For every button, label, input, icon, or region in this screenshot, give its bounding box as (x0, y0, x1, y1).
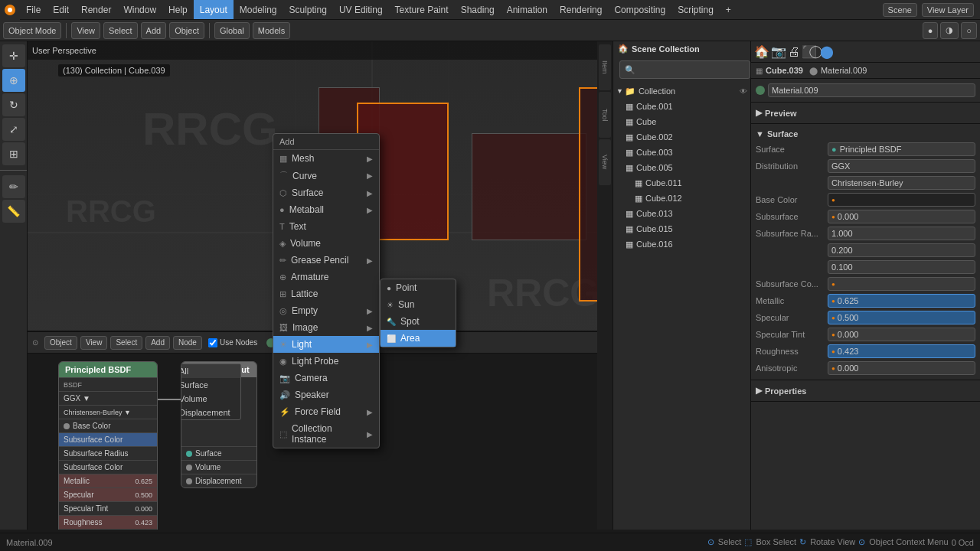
node-node-btn[interactable]: Node (173, 336, 202, 350)
add-menu[interactable]: Add (141, 22, 167, 39)
menu-add-workspace[interactable]: + (720, 0, 737, 19)
outliner-cube016[interactable]: ▦ Cube.016 (613, 236, 750, 252)
output-volume[interactable]: Volume (181, 392, 240, 406)
global-btn[interactable]: Global (214, 22, 250, 39)
subsurface-radius-3-value[interactable]: 0.100 (828, 260, 975, 274)
menu-sculpting[interactable]: Sculpting (283, 0, 333, 19)
outliner-cube015[interactable]: ▦ Cube.015 (613, 221, 750, 236)
object-menu[interactable]: Object (169, 22, 204, 39)
move-tool[interactable]: ⊕ (2, 69, 25, 92)
menu-window[interactable]: Window (117, 0, 162, 19)
select-menu[interactable]: Select (103, 22, 138, 39)
ctx-image[interactable]: 🖼 Image ▶ (273, 319, 379, 336)
ctx-armature[interactable]: ⊕ Armature (273, 269, 379, 285)
ctx-grease-pencil[interactable]: ✏ Grease Pencil ▶ (273, 252, 379, 269)
prop-scene-tab[interactable]: 🏠 (754, 44, 769, 59)
menu-shading[interactable]: Shading (455, 0, 501, 19)
menu-layout[interactable]: Layout (194, 0, 234, 19)
shading-solid-btn[interactable]: ● (923, 22, 939, 39)
anisotropic-value[interactable]: ● 0.000 (828, 361, 975, 375)
outliner-cube013[interactable]: ▦ Cube.013 (613, 206, 750, 221)
outliner-cube[interactable]: ▦ Cube (613, 114, 750, 129)
ctx-light-probe[interactable]: ◉ Light Probe (273, 353, 379, 370)
scene-selector[interactable]: Scene (883, 3, 917, 17)
models-btn[interactable]: Models (253, 22, 290, 39)
menu-file[interactable]: File (20, 0, 47, 19)
menu-uv-editing[interactable]: UV Editing (333, 0, 389, 19)
prop-render-tab[interactable]: 📷 (771, 44, 786, 59)
cursor-tool[interactable]: ✛ (2, 44, 25, 67)
node-add-btn[interactable]: Add (145, 336, 170, 350)
ctx-volume[interactable]: ◈ Volume (273, 235, 379, 252)
light-area[interactable]: ⬜ Area (381, 330, 456, 347)
subsurface-radius-value[interactable]: 1.000 (828, 227, 975, 240)
metallic-value[interactable]: ● 0.625 (828, 294, 975, 308)
output-displacement[interactable]: Displacement (181, 406, 240, 419)
outliner-cube011[interactable]: ▦ Cube.011 (613, 175, 750, 191)
ctx-mesh[interactable]: ▦ Mesh ▶ (273, 150, 379, 167)
material-output-node[interactable]: Material Output All Surface Volume Displ… (181, 361, 257, 488)
tool-tab[interactable]: Tool (599, 92, 611, 138)
prop-view-layer-tab[interactable]: ⬛ (802, 44, 817, 59)
ctx-speaker[interactable]: 🔊 Speaker (273, 386, 379, 403)
outliner-cube005[interactable]: ▦ Cube.005 (613, 160, 750, 175)
use-nodes-checkbox[interactable] (208, 338, 217, 347)
view-layer-selector[interactable]: View Layer (922, 3, 974, 17)
node-object-btn[interactable]: Object (44, 336, 77, 350)
view-tab[interactable]: View (599, 139, 611, 185)
outliner-cube003[interactable]: ▦ Cube.003 (613, 145, 750, 160)
ctx-camera[interactable]: 📷 Camera (273, 370, 379, 386)
prop-output-tab[interactable]: 🖨 (788, 45, 800, 59)
annotate-tool[interactable]: ✏ (2, 175, 25, 198)
menu-rendering[interactable]: Rendering (554, 0, 608, 19)
principled-bsdf-node[interactable]: Principled BSDF BSDF GGX ▼ Christensen-B… (58, 361, 158, 530)
transform-tool[interactable]: ⊞ (2, 142, 25, 165)
output-surface[interactable]: Surface (181, 378, 240, 392)
surface-type-value[interactable]: ● Principled BSDF (828, 142, 975, 156)
shading-mat-btn[interactable]: ◑ (940, 22, 959, 39)
ctx-surface[interactable]: ⬡ Surface ▶ (273, 184, 379, 201)
obj-mode-btn[interactable]: Object Mode (3, 22, 61, 39)
subsurface-value[interactable]: ● 0.000 (828, 210, 975, 223)
outliner-search[interactable] (619, 60, 750, 79)
light-spot[interactable]: 🔦 Spot (381, 313, 456, 330)
item-tab[interactable]: Item (599, 44, 611, 90)
menu-animation[interactable]: Animation (501, 0, 554, 19)
subsurface-color-value[interactable]: ● (828, 277, 975, 291)
3d-viewport[interactable]: RRCG RRCG RRCG RRCG User Perspective (28, 41, 612, 530)
outliner-cube012[interactable]: ▦ Cube.012 (613, 191, 750, 206)
base-color-value[interactable]: ● (828, 193, 975, 207)
roughness-value[interactable]: ● 0.423 (828, 344, 975, 358)
ctx-lattice[interactable]: ⊞ Lattice (273, 285, 379, 302)
prop-material-tab[interactable]: ⬤ (820, 44, 834, 59)
subsurface-method-value[interactable]: Christensen-Burley (828, 176, 975, 190)
menu-modeling[interactable]: Modeling (234, 0, 283, 19)
specular-value[interactable]: ● 0.500 (828, 311, 975, 324)
shading-render-btn[interactable]: ○ (961, 22, 977, 39)
menu-scripting[interactable]: Scripting (671, 0, 720, 19)
outliner-cube001[interactable]: ▦ Cube.001 (613, 99, 750, 114)
node-view-btn[interactable]: View (80, 336, 108, 350)
ctx-empty[interactable]: ◎ Empty ▶ (273, 302, 379, 319)
material-slot-name[interactable]: Material.009 (768, 83, 975, 97)
node-select-btn[interactable]: Select (110, 336, 142, 350)
outliner-cube002[interactable]: ▦ Cube.002 (613, 129, 750, 145)
ctx-metaball[interactable]: ● Metaball ▶ (273, 201, 379, 218)
light-sun[interactable]: ☀ Sun (381, 296, 456, 313)
ctx-light[interactable]: ☀ Light ▶ (273, 336, 379, 353)
preview-header[interactable]: ▶ Preview (756, 106, 975, 120)
outliner-collection[interactable]: ▼ 📁 Collection 👁 (613, 83, 750, 99)
ctx-force-field[interactable]: ⚡ Force Field ▶ (273, 403, 379, 420)
light-point[interactable]: ● Point (381, 279, 456, 296)
output-all[interactable]: All (181, 364, 240, 378)
menu-compositing[interactable]: Compositing (608, 0, 671, 19)
visibility-icon[interactable]: 👁 (740, 87, 747, 96)
ctx-curve[interactable]: ⌒ Curve ▶ (273, 167, 379, 184)
ctx-text[interactable]: T Text (273, 218, 379, 235)
menu-texture-paint[interactable]: Texture Paint (389, 0, 455, 19)
subsurface-radius-2-value[interactable]: 0.200 (828, 243, 975, 257)
distribution-value[interactable]: GGX (828, 159, 975, 173)
ctx-collection-instance[interactable]: ⬚ Collection Instance ▶ (273, 420, 379, 448)
measure-tool[interactable]: 📏 (2, 200, 25, 223)
rotate-tool[interactable]: ↻ (2, 93, 25, 116)
